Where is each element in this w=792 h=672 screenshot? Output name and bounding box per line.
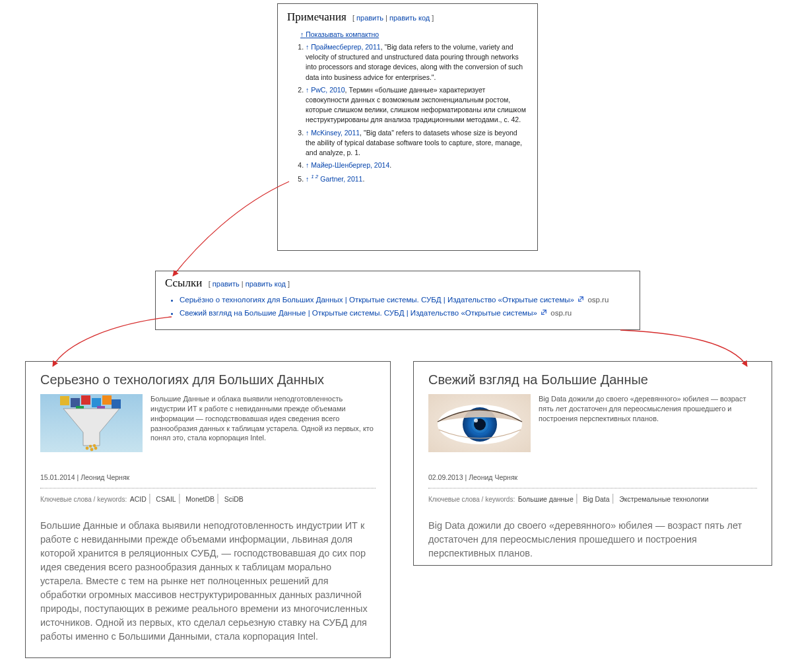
keyword[interactable]: Big Data: [583, 495, 609, 503]
article-body: Big Data дожили до своего «деревянного» …: [428, 519, 757, 560]
edit-code-link[interactable]: править код: [246, 280, 286, 288]
svg-point-20: [474, 419, 478, 422]
external-link[interactable]: Свежий взгляд на Большие Данные | Открыт…: [180, 309, 537, 317]
edit-link[interactable]: править: [356, 14, 383, 22]
external-link-domain: osp.ru: [550, 309, 572, 317]
edit-link[interactable]: править: [213, 280, 240, 288]
svg-rect-1: [60, 396, 69, 405]
backref-icon[interactable]: ↑: [306, 43, 309, 51]
external-icon: [578, 296, 584, 302]
svg-rect-3: [81, 395, 90, 405]
article-lead-text: Большие Данные и облака выявили неподгот…: [150, 395, 374, 442]
external-link[interactable]: Серьёзно о технологиях для Больших Данны…: [180, 296, 574, 304]
keyword[interactable]: SciDB: [224, 495, 244, 503]
svg-point-9: [86, 447, 89, 450]
article-author[interactable]: Леонид Черняк: [81, 473, 129, 481]
divider: [428, 488, 757, 488]
backref-superscript[interactable]: 1 2: [311, 174, 318, 180]
svg-point-13: [93, 444, 96, 447]
reference-source-link[interactable]: PwC, 2010: [311, 86, 345, 94]
reference-source-link[interactable]: Праймесбергер, 2011: [311, 43, 380, 51]
backref-icon[interactable]: ↑: [306, 129, 309, 137]
keywords-label: Ключевые слова / keywords:: [428, 496, 515, 503]
toggle-compact-link[interactable]: Показывать компактно: [300, 30, 528, 40]
edit-code-link[interactable]: править код: [389, 14, 430, 22]
article-card: Свежий взгляд на Большие Данные: [413, 361, 772, 566]
article-title[interactable]: Свежий взгляд на Большие Данные: [428, 372, 757, 387]
links-heading: Ссылки: [165, 277, 202, 289]
article-body: Большие Данные и облака выявили неподгот…: [40, 519, 376, 644]
reference-item: ↑ Майер-Шенбергер, 2014.: [306, 160, 528, 170]
article-lead-block: Big Data дожили до своего «деревянного» …: [428, 394, 757, 452]
reference-text: .: [362, 175, 364, 183]
svg-rect-4: [92, 398, 101, 407]
svg-rect-2: [71, 398, 80, 407]
article-meta: 15.01.2014 | Леонид Черняк: [40, 473, 376, 481]
keyword[interactable]: ACID: [130, 495, 147, 503]
keyword[interactable]: MonetDB: [185, 495, 214, 503]
reference-text: .: [389, 161, 391, 169]
backref-icon[interactable]: ↑: [306, 161, 309, 169]
article-date: 15.01.2014: [40, 473, 75, 481]
divider: [40, 488, 376, 488]
keywords-row: Ключевые слова / keywords: Большие данны…: [428, 492, 757, 504]
backref-icon[interactable]: ↑: [306, 175, 309, 183]
external-icon: [541, 309, 547, 316]
keywords-label: Ключевые слова / keywords:: [40, 496, 127, 503]
article-thumbnail[interactable]: [428, 394, 531, 452]
reference-source-link[interactable]: Gartner, 2011: [320, 175, 362, 183]
article-lead-text: Big Data дожили до своего «деревянного» …: [539, 395, 746, 422]
external-links-list: Серьёзно о технологиях для Больших Данны…: [180, 294, 630, 319]
keyword[interactable]: CSAIL: [156, 495, 176, 503]
backref-icon[interactable]: ↑: [306, 86, 309, 94]
article-thumbnail[interactable]: [40, 394, 143, 452]
reference-item: ↑ Праймесбергер, 2011, "Big data refers …: [306, 42, 528, 83]
reference-source-link[interactable]: Майер-Шенбергер, 2014: [311, 161, 389, 169]
edit-links-wrapper: [ править | править код ]: [352, 14, 434, 22]
svg-point-10: [90, 448, 94, 452]
article-date: 02.09.2013: [428, 473, 463, 481]
article-title[interactable]: Серьезно о технологиях для Больших Данны…: [40, 372, 376, 387]
keyword[interactable]: Большие данные: [518, 495, 574, 503]
article-author[interactable]: Леонид Черняк: [469, 473, 517, 481]
article-meta: 02.09.2013 | Леонид Черняк: [428, 473, 757, 481]
reference-item: ↑ McKinsey, 2011, "Big data" refers to d…: [306, 128, 528, 158]
article-lead-block: Большие Данные и облака выявили неподгот…: [40, 394, 376, 452]
svg-point-12: [89, 445, 92, 448]
svg-rect-6: [112, 399, 121, 409]
references-list: ↑ Праймесбергер, 2011, "Big data refers …: [306, 42, 528, 184]
external-link-item: Свежий взгляд на Большие Данные | Открыт…: [180, 307, 630, 320]
links-panel: Ссылки [ править | править код ] Серьёзн…: [155, 271, 640, 330]
external-link-item: Серьёзно о технологиях для Больших Данны…: [180, 294, 630, 307]
reference-item: ↑ 1 2 Gartner, 2011.: [306, 173, 528, 184]
references-heading: Примечания: [287, 11, 346, 23]
reference-source-link[interactable]: McKinsey, 2011: [311, 129, 360, 137]
edit-links-wrapper: [ править | править код ]: [209, 280, 290, 288]
svg-rect-5: [102, 395, 112, 405]
svg-point-11: [94, 447, 98, 450]
keyword[interactable]: Экстремальные технологии: [619, 495, 708, 503]
keywords-row: Ключевые слова / keywords: ACID| CSAIL| …: [40, 492, 376, 504]
external-link-domain: osp.ru: [587, 296, 609, 304]
reference-item: ↑ PwC, 2010, Термин «большие данные» хар…: [306, 85, 528, 125]
article-card: Серьезно о технологиях для Больших Данны…: [25, 361, 391, 658]
references-panel: Примечания [ править | править код ] Пок…: [277, 3, 538, 251]
